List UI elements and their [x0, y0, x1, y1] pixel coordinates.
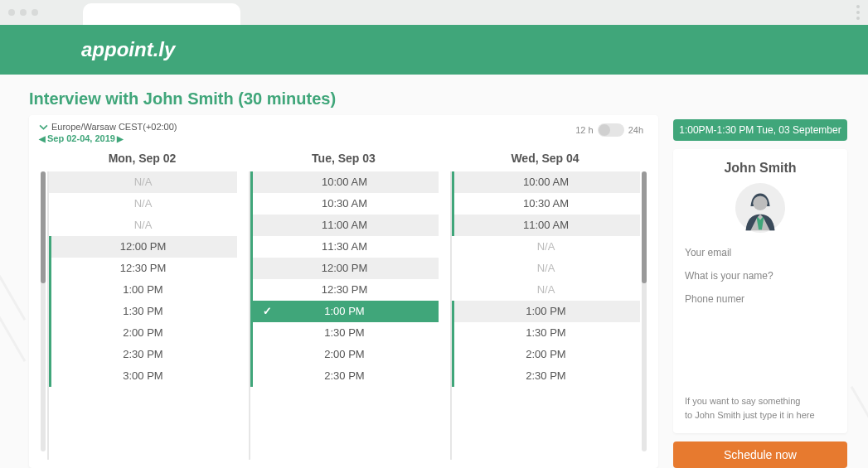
time-slot[interactable]: ✓1:00 PM — [249, 301, 439, 322]
app-logo: appoint.ly — [81, 38, 175, 61]
email-field[interactable]: Your email — [685, 247, 836, 258]
notes-field[interactable]: If you want to say something to John Smi… — [685, 394, 836, 422]
booking-form: John Smith Your email What is your name?… — [673, 149, 847, 433]
time-slot[interactable]: 10:30 AM — [450, 193, 640, 215]
day-header: Mon, Sep 02 — [47, 147, 237, 171]
host-name: John Smith — [685, 161, 836, 176]
kebab-menu-icon[interactable] — [856, 5, 860, 20]
time-slot[interactable]: 12:00 PM — [249, 258, 439, 279]
time-slot[interactable]: 1:30 PM — [47, 301, 237, 322]
time-slot[interactable]: 11:00 AM — [450, 215, 640, 236]
time-slot-unavailable: N/A — [452, 258, 640, 279]
day-header: Wed, Sep 04 — [450, 147, 640, 171]
time-slot[interactable]: 3:00 PM — [47, 365, 237, 387]
window-dot — [20, 9, 27, 16]
time-slot[interactable]: 10:30 AM — [249, 193, 439, 215]
time-slot[interactable]: 12:30 PM — [249, 279, 439, 301]
timezone-selector[interactable]: Europe/Warsaw CEST(+02:00) — [39, 122, 648, 132]
day-header: Tue, Sep 03 — [249, 147, 439, 171]
schedule-button[interactable]: Schedule now — [673, 441, 847, 468]
day-column: Wed, Sep 0410:00 AM10:30 AM11:00 AMN/AN/… — [450, 147, 640, 460]
time-slot-unavailable: N/A — [452, 236, 640, 258]
time-slot[interactable]: 1:30 PM — [450, 322, 640, 344]
app-header: appoint.ly — [0, 25, 868, 75]
time-slot[interactable]: 2:30 PM — [450, 365, 640, 387]
time-slot-unavailable: N/A — [49, 193, 237, 215]
time-slot[interactable]: 2:00 PM — [450, 344, 640, 365]
hour-24-label: 24h — [628, 125, 643, 135]
time-slot[interactable]: 10:00 AM — [249, 171, 439, 193]
window-dot — [32, 9, 38, 16]
day-column: Mon, Sep 02N/AN/AN/A12:00 PM12:30 PM1:00… — [47, 147, 237, 460]
time-slot[interactable]: 1:30 PM — [249, 322, 439, 344]
window-dot — [8, 9, 15, 16]
time-slot[interactable]: 11:00 AM — [249, 215, 439, 236]
page-title: Interview with John Smith (30 minutes) — [29, 89, 658, 109]
time-slot[interactable]: 12:30 PM — [47, 258, 237, 279]
time-slot[interactable]: 1:00 PM — [450, 301, 640, 322]
time-slot[interactable]: 2:00 PM — [249, 344, 439, 365]
time-slot[interactable]: 1:00 PM — [47, 279, 237, 301]
host-avatar — [685, 182, 836, 234]
next-week-icon[interactable]: ▶ — [117, 134, 124, 143]
day-column: Tue, Sep 0310:00 AM10:30 AM11:00 AM11:30… — [249, 147, 439, 460]
time-slot[interactable]: 2:00 PM — [47, 322, 237, 344]
timezone-label: Europe/Warsaw CEST(+02:00) — [51, 122, 177, 132]
svg-point-1 — [753, 195, 767, 210]
hour-12-label: 12 h — [575, 125, 593, 135]
phone-field[interactable]: Phone numer — [685, 293, 836, 305]
avatar-icon — [735, 182, 786, 234]
schedule-card: Europe/Warsaw CEST(+02:00) ◀ Sep 02-04, … — [29, 115, 658, 468]
time-slot[interactable]: 11:30 AM — [249, 236, 439, 258]
selection-summary: 1:00PM-1:30 PM Tue, 03 September — [673, 119, 847, 141]
browser-tab[interactable] — [83, 3, 240, 25]
check-icon: ✓ — [263, 301, 272, 322]
time-slot-unavailable: N/A — [49, 171, 237, 193]
date-range-nav: ◀ Sep 02-04, 2019 ▶ — [39, 133, 648, 143]
scrollbar-left[interactable] — [41, 171, 46, 451]
time-slot-unavailable: N/A — [49, 215, 237, 236]
browser-chrome — [0, 0, 868, 25]
time-slot-unavailable: N/A — [452, 279, 640, 301]
date-range-label: Sep 02-04, 2019 — [47, 133, 115, 143]
hour-format-toggle[interactable] — [598, 123, 624, 137]
chevron-down-icon — [39, 123, 48, 132]
time-slot[interactable]: 10:00 AM — [450, 171, 640, 193]
time-slot[interactable]: 2:30 PM — [47, 344, 237, 365]
scrollbar-right[interactable] — [642, 171, 647, 451]
name-field[interactable]: What is your name? — [685, 270, 836, 282]
time-slot[interactable]: 12:00 PM — [47, 236, 237, 258]
prev-week-icon[interactable]: ◀ — [39, 134, 46, 143]
time-slot[interactable]: 2:30 PM — [249, 365, 439, 387]
